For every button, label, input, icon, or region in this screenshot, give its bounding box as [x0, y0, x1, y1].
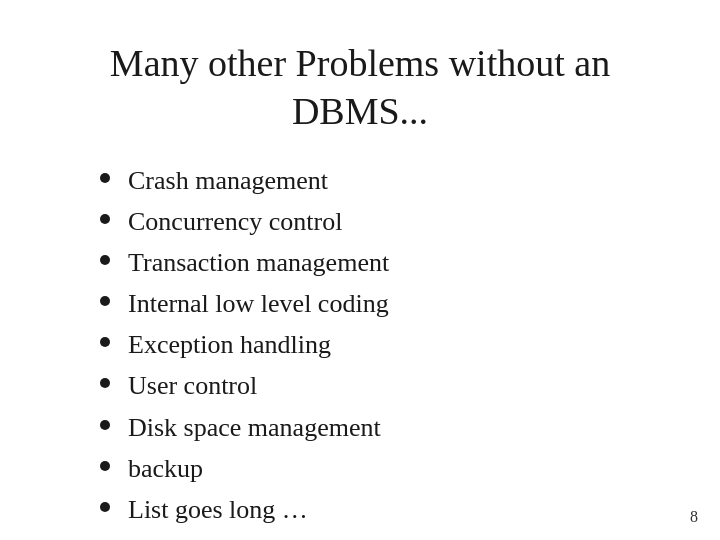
list-item: Exception handling [100, 327, 660, 362]
list-item: Concurrency control [100, 204, 660, 239]
bullet-text: Disk space management [128, 410, 381, 445]
title-container: Many other Problems without an DBMS... [60, 40, 660, 135]
slide-title: Many other Problems without an DBMS... [60, 40, 660, 135]
list-item: List goes long … [100, 492, 660, 527]
bullet-dot-icon [100, 214, 110, 224]
bullet-dot-icon [100, 173, 110, 183]
bullet-text: List goes long … [128, 492, 308, 527]
slide: Many other Problems without an DBMS... C… [0, 0, 720, 540]
bullet-dot-icon [100, 502, 110, 512]
bullet-list: Crash managementConcurrency controlTrans… [60, 163, 660, 533]
bullet-text: Concurrency control [128, 204, 342, 239]
bullet-text: Exception handling [128, 327, 331, 362]
bullet-text: Internal low level coding [128, 286, 389, 321]
bullet-text: backup [128, 451, 203, 486]
bullet-dot-icon [100, 420, 110, 430]
list-item: Disk space management [100, 410, 660, 445]
bullet-text: User control [128, 368, 257, 403]
list-item: backup [100, 451, 660, 486]
list-item: Internal low level coding [100, 286, 660, 321]
page-number: 8 [690, 508, 698, 526]
list-item: Transaction management [100, 245, 660, 280]
bullet-dot-icon [100, 378, 110, 388]
title-line2: DBMS... [292, 90, 428, 132]
title-line1: Many other Problems without an [110, 42, 610, 84]
bullet-text: Transaction management [128, 245, 389, 280]
bullet-text: Crash management [128, 163, 328, 198]
bullet-dot-icon [100, 461, 110, 471]
bullet-dot-icon [100, 255, 110, 265]
bullet-dot-icon [100, 296, 110, 306]
list-item: Crash management [100, 163, 660, 198]
list-item: User control [100, 368, 660, 403]
bullet-dot-icon [100, 337, 110, 347]
